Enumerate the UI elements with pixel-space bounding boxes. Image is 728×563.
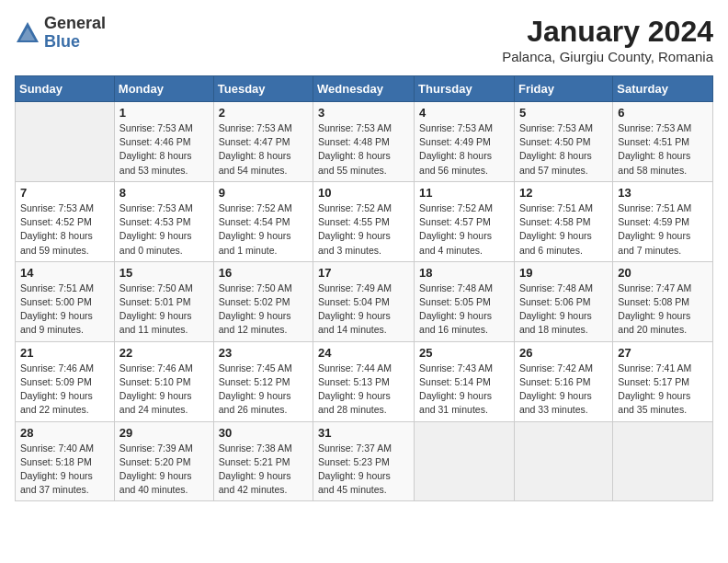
day-cell xyxy=(415,421,515,501)
week-row-2: 14Sunrise: 7:51 AM Sunset: 5:00 PM Dayli… xyxy=(16,261,713,341)
day-info: Sunrise: 7:49 AM Sunset: 5:04 PM Dayligh… xyxy=(318,282,409,338)
day-cell: 30Sunrise: 7:38 AM Sunset: 5:21 PM Dayli… xyxy=(213,421,313,501)
day-cell: 6Sunrise: 7:53 AM Sunset: 4:51 PM Daylig… xyxy=(613,102,713,182)
day-info: Sunrise: 7:53 AM Sunset: 4:52 PM Dayligh… xyxy=(20,201,109,258)
day-info: Sunrise: 7:53 AM Sunset: 4:51 PM Dayligh… xyxy=(618,121,708,178)
day-info: Sunrise: 7:39 AM Sunset: 5:20 PM Dayligh… xyxy=(119,442,209,498)
day-number: 10 xyxy=(318,186,409,200)
day-info: Sunrise: 7:46 AM Sunset: 5:09 PM Dayligh… xyxy=(20,362,109,418)
day-cell: 17Sunrise: 7:49 AM Sunset: 5:04 PM Dayli… xyxy=(313,261,415,341)
week-row-3: 21Sunrise: 7:46 AM Sunset: 5:09 PM Dayli… xyxy=(16,341,713,421)
day-info: Sunrise: 7:51 AM Sunset: 4:59 PM Dayligh… xyxy=(618,201,708,258)
day-cell: 5Sunrise: 7:53 AM Sunset: 4:50 PM Daylig… xyxy=(514,102,612,182)
logo-icon xyxy=(15,20,40,46)
day-cell: 24Sunrise: 7:44 AM Sunset: 5:13 PM Dayli… xyxy=(313,341,415,421)
day-info: Sunrise: 7:43 AM Sunset: 5:14 PM Dayligh… xyxy=(419,362,509,418)
day-cell: 1Sunrise: 7:53 AM Sunset: 4:46 PM Daylig… xyxy=(114,102,213,182)
day-info: Sunrise: 7:51 AM Sunset: 4:58 PM Dayligh… xyxy=(519,201,608,258)
day-number: 24 xyxy=(318,346,409,360)
header-cell-monday: Monday xyxy=(114,76,213,102)
day-number: 13 xyxy=(618,186,708,200)
day-info: Sunrise: 7:53 AM Sunset: 4:48 PM Dayligh… xyxy=(318,121,409,178)
day-cell: 27Sunrise: 7:41 AM Sunset: 5:17 PM Dayli… xyxy=(613,341,713,421)
day-cell: 22Sunrise: 7:46 AM Sunset: 5:10 PM Dayli… xyxy=(114,341,213,421)
day-info: Sunrise: 7:52 AM Sunset: 4:55 PM Dayligh… xyxy=(318,201,409,258)
day-number: 9 xyxy=(219,186,308,200)
header-cell-wednesday: Wednesday xyxy=(313,76,415,102)
day-number: 19 xyxy=(519,266,608,280)
day-info: Sunrise: 7:53 AM Sunset: 4:47 PM Dayligh… xyxy=(219,121,308,178)
day-info: Sunrise: 7:46 AM Sunset: 5:10 PM Dayligh… xyxy=(119,362,209,418)
calendar-table: SundayMondayTuesdayWednesdayThursdayFrid… xyxy=(15,75,713,501)
day-number: 21 xyxy=(20,346,109,360)
day-info: Sunrise: 7:53 AM Sunset: 4:53 PM Dayligh… xyxy=(119,201,209,258)
day-number: 14 xyxy=(20,266,109,280)
day-cell: 20Sunrise: 7:47 AM Sunset: 5:08 PM Dayli… xyxy=(613,261,713,341)
day-number: 3 xyxy=(318,106,409,120)
week-row-4: 28Sunrise: 7:40 AM Sunset: 5:18 PM Dayli… xyxy=(16,421,713,501)
logo-blue: Blue xyxy=(44,33,106,52)
day-info: Sunrise: 7:53 AM Sunset: 4:50 PM Dayligh… xyxy=(519,121,608,178)
day-cell xyxy=(514,421,612,501)
day-number: 27 xyxy=(618,346,708,360)
day-info: Sunrise: 7:38 AM Sunset: 5:21 PM Dayligh… xyxy=(219,442,308,498)
day-cell: 21Sunrise: 7:46 AM Sunset: 5:09 PM Dayli… xyxy=(16,341,115,421)
calendar-subtitle: Palanca, Giurgiu County, Romania xyxy=(502,49,713,64)
day-info: Sunrise: 7:48 AM Sunset: 5:06 PM Dayligh… xyxy=(519,282,608,338)
day-cell: 31Sunrise: 7:37 AM Sunset: 5:23 PM Dayli… xyxy=(313,421,415,501)
day-number: 11 xyxy=(419,186,509,200)
day-cell: 16Sunrise: 7:50 AM Sunset: 5:02 PM Dayli… xyxy=(213,261,313,341)
day-number: 6 xyxy=(618,106,708,120)
calendar-header: SundayMondayTuesdayWednesdayThursdayFrid… xyxy=(16,76,713,102)
day-cell: 4Sunrise: 7:53 AM Sunset: 4:49 PM Daylig… xyxy=(415,102,515,182)
day-number: 7 xyxy=(20,186,109,200)
day-cell: 10Sunrise: 7:52 AM Sunset: 4:55 PM Dayli… xyxy=(313,181,415,261)
day-cell: 3Sunrise: 7:53 AM Sunset: 4:48 PM Daylig… xyxy=(313,102,415,182)
week-row-1: 7Sunrise: 7:53 AM Sunset: 4:52 PM Daylig… xyxy=(16,181,713,261)
day-info: Sunrise: 7:52 AM Sunset: 4:57 PM Dayligh… xyxy=(419,201,509,258)
logo: General Blue xyxy=(15,15,106,52)
day-number: 31 xyxy=(318,426,409,440)
day-number: 16 xyxy=(219,266,308,280)
day-cell: 13Sunrise: 7:51 AM Sunset: 4:59 PM Dayli… xyxy=(613,181,713,261)
day-cell: 11Sunrise: 7:52 AM Sunset: 4:57 PM Dayli… xyxy=(415,181,515,261)
day-number: 2 xyxy=(219,106,308,120)
day-info: Sunrise: 7:53 AM Sunset: 4:46 PM Dayligh… xyxy=(119,121,209,178)
day-cell: 25Sunrise: 7:43 AM Sunset: 5:14 PM Dayli… xyxy=(415,341,515,421)
day-info: Sunrise: 7:53 AM Sunset: 4:49 PM Dayligh… xyxy=(419,121,509,178)
day-number: 17 xyxy=(318,266,409,280)
day-cell xyxy=(613,421,713,501)
day-cell: 18Sunrise: 7:48 AM Sunset: 5:05 PM Dayli… xyxy=(415,261,515,341)
day-number: 20 xyxy=(618,266,708,280)
day-cell: 19Sunrise: 7:48 AM Sunset: 5:06 PM Dayli… xyxy=(514,261,612,341)
day-cell: 7Sunrise: 7:53 AM Sunset: 4:52 PM Daylig… xyxy=(16,181,115,261)
day-info: Sunrise: 7:42 AM Sunset: 5:16 PM Dayligh… xyxy=(519,362,608,418)
day-number: 25 xyxy=(419,346,509,360)
day-number: 18 xyxy=(419,266,509,280)
day-number: 22 xyxy=(119,346,209,360)
day-number: 23 xyxy=(219,346,308,360)
day-number: 29 xyxy=(119,426,209,440)
day-cell xyxy=(16,102,115,182)
day-number: 1 xyxy=(119,106,209,120)
calendar-body: 1Sunrise: 7:53 AM Sunset: 4:46 PM Daylig… xyxy=(16,102,713,501)
logo-text: General Blue xyxy=(44,15,106,52)
header-row: SundayMondayTuesdayWednesdayThursdayFrid… xyxy=(16,76,713,102)
header-cell-friday: Friday xyxy=(514,76,612,102)
day-info: Sunrise: 7:37 AM Sunset: 5:23 PM Dayligh… xyxy=(318,442,409,498)
day-cell: 23Sunrise: 7:45 AM Sunset: 5:12 PM Dayli… xyxy=(213,341,313,421)
page-header: General Blue January 2024 Palanca, Giurg… xyxy=(15,15,713,64)
header-cell-tuesday: Tuesday xyxy=(213,76,313,102)
day-info: Sunrise: 7:50 AM Sunset: 5:01 PM Dayligh… xyxy=(119,282,209,338)
day-number: 12 xyxy=(519,186,608,200)
day-info: Sunrise: 7:47 AM Sunset: 5:08 PM Dayligh… xyxy=(618,282,708,338)
day-cell: 26Sunrise: 7:42 AM Sunset: 5:16 PM Dayli… xyxy=(514,341,612,421)
week-row-0: 1Sunrise: 7:53 AM Sunset: 4:46 PM Daylig… xyxy=(16,102,713,182)
day-number: 5 xyxy=(519,106,608,120)
day-info: Sunrise: 7:48 AM Sunset: 5:05 PM Dayligh… xyxy=(419,282,509,338)
header-cell-sunday: Sunday xyxy=(16,76,115,102)
day-info: Sunrise: 7:44 AM Sunset: 5:13 PM Dayligh… xyxy=(318,362,409,418)
title-block: January 2024 Palanca, Giurgiu County, Ro… xyxy=(502,15,713,64)
day-cell: 8Sunrise: 7:53 AM Sunset: 4:53 PM Daylig… xyxy=(114,181,213,261)
day-cell: 12Sunrise: 7:51 AM Sunset: 4:58 PM Dayli… xyxy=(514,181,612,261)
